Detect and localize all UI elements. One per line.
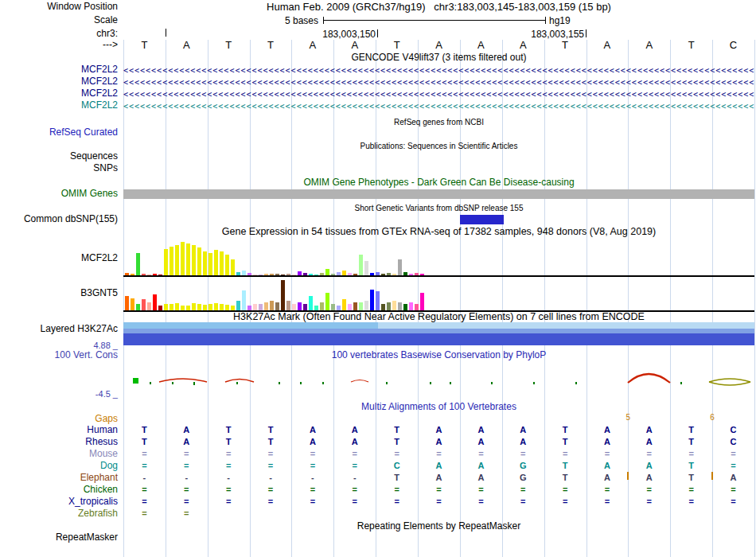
refseq-curated-label[interactable]: RefSeq Curated <box>0 127 118 138</box>
gtex-bar <box>136 304 140 310</box>
alignment-cell: T <box>555 425 575 436</box>
gtex-bar <box>370 290 374 310</box>
phylop-min-label: -4.5 _ <box>0 389 118 400</box>
gencode-transcript-arrows[interactable]: <<<<<<<<<<<<<<<<<<<<<<<<<<<<<<<<<<<<<<<<… <box>123 103 754 111</box>
gencode-transcript-label[interactable]: MCF2L2 <box>0 100 118 111</box>
alignment-cell: T <box>555 473 575 484</box>
species-label-zebrafish[interactable]: Zebrafish <box>0 508 118 520</box>
gtex-bar <box>264 302 268 310</box>
publications-title[interactable]: Publications: Sequences in Scientific Ar… <box>123 141 754 152</box>
omim-genes-label[interactable]: OMIM Genes <box>0 189 118 200</box>
repeatmasker-title[interactable]: Repeating Elements by RepeatMasker <box>123 521 754 532</box>
dbsnp-title[interactable]: Short Genetic Variants from dbSNP releas… <box>123 203 754 214</box>
alignment-cell: T <box>681 461 702 472</box>
alignment-cell: A <box>639 437 660 448</box>
gtex-bar <box>247 306 251 310</box>
gencode-transcript-arrows[interactable]: <<<<<<<<<<<<<<<<<<<<<<<<<<<<<<<<<<<<<<<<… <box>123 79 754 87</box>
alignment-cell: = <box>345 461 365 472</box>
gtex-chart-mcf2l2[interactable] <box>123 239 754 277</box>
genome-browser: Window Position Human Feb. 2009 (GRCh37/… <box>0 0 756 557</box>
dbsnp-variant[interactable] <box>460 215 504 224</box>
gtex-bar <box>298 271 302 275</box>
gtex-bar <box>181 242 185 275</box>
gencode-transcript-arrows[interactable]: <<<<<<<<<<<<<<<<<<<<<<<<<<<<<<<<<<<<<<<<… <box>123 67 754 75</box>
gtex-gene-label-mcf2l2[interactable]: MCF2L2 <box>0 253 118 264</box>
gtex-chart-b3gnt5[interactable] <box>123 279 754 312</box>
alignment-cell: T <box>218 437 239 448</box>
alignment-cell: = <box>681 497 702 508</box>
refseq-title[interactable]: RefSeq genes from NCBI <box>123 117 754 128</box>
h3k27ac-label[interactable]: Layered H3K27Ac <box>0 324 118 335</box>
gtex-gene-label-b3gnt5[interactable]: B3GNT5 <box>0 288 118 299</box>
alignment-cell: T <box>260 425 281 436</box>
gtex-bar <box>303 304 307 310</box>
gencode-transcript-arrows[interactable]: <<<<<<<<<<<<<<<<<<<<<<<<<<<<<<<<<<<<<<<<… <box>123 91 754 99</box>
gaps-label[interactable]: Gaps <box>0 414 118 425</box>
gencode-transcript-label[interactable]: MCF2L2 <box>0 76 118 88</box>
alignment-cell: = <box>639 485 660 496</box>
species-label-dog[interactable]: Dog <box>0 461 118 472</box>
conservation-plot[interactable] <box>123 360 754 399</box>
gencode-transcript-label[interactable]: MCF2L2 <box>0 64 118 76</box>
gtex-bar <box>342 299 346 310</box>
gtex-bar <box>415 273 419 275</box>
gtex-bar <box>220 251 224 275</box>
gtex-bar <box>231 259 235 275</box>
gtex-bar <box>158 306 162 310</box>
conservation-mark <box>491 382 493 384</box>
h3k27ac-track[interactable] <box>123 322 754 345</box>
alignment-cell: = <box>387 449 407 460</box>
alignment-cell: = <box>387 485 407 496</box>
sequence-base: T <box>387 40 407 51</box>
alignment-cell: - <box>218 473 239 484</box>
alignment-cell: = <box>681 485 702 496</box>
gtex-bar <box>415 304 419 310</box>
sequence-base: T <box>134 40 154 51</box>
sequence-base: A <box>345 40 365 51</box>
gap-count: 6 <box>710 413 715 422</box>
alignment-cell: A <box>639 473 660 484</box>
gtex-bar <box>381 274 385 275</box>
dbsnp-label[interactable]: Common dbSNP(155) <box>0 214 118 225</box>
omim-title[interactable]: OMIM Gene Phenotypes - Dark Green Can Be… <box>123 177 754 189</box>
gtex-bar <box>153 274 157 275</box>
species-label-elephant[interactable]: Elephant <box>0 473 118 484</box>
gencode-transcript-label[interactable]: MCF2L2 <box>0 88 118 99</box>
alignment-cell: = <box>260 461 281 472</box>
sequences-label[interactable]: Sequences <box>0 151 118 162</box>
gencode-title[interactable]: GENCODE V49lift37 (3 items filtered out) <box>123 53 754 64</box>
gtex-bar <box>331 304 335 310</box>
conservation-mark <box>450 382 451 384</box>
sequence-base: A <box>597 40 618 51</box>
species-label-human[interactable]: Human <box>0 425 118 436</box>
species-label-x_tropicalis[interactable]: X_tropicalis <box>0 497 118 508</box>
position-title: Human Feb. 2009 (GRCh37/hg19) chr3:183,0… <box>123 2 754 13</box>
alignment-cell: T <box>555 437 575 448</box>
phylop-label[interactable]: 100 Vert. Cons <box>0 350 118 361</box>
alignment-cell: A <box>639 461 660 472</box>
conservation-mark <box>150 382 151 384</box>
alignment-cell: = <box>302 461 323 472</box>
gtex-bar <box>331 274 335 275</box>
gtex-bar <box>203 305 207 310</box>
alignment-cell: A <box>345 425 365 436</box>
species-label-mouse[interactable]: Mouse <box>0 449 118 460</box>
alignment-cell: T <box>387 425 407 436</box>
gtex-bar <box>131 274 134 275</box>
species-label-rhesus[interactable]: Rhesus <box>0 437 118 448</box>
gtex-bar <box>253 275 257 275</box>
snps-label[interactable]: SNPs <box>0 163 118 174</box>
gtex-bar <box>236 272 240 275</box>
gtex-bar <box>364 301 368 310</box>
omim-gene-bar[interactable] <box>123 189 754 199</box>
repeatmasker-label[interactable]: RepeatMasker <box>0 532 118 543</box>
h3k27ac-title[interactable]: H3K27Ac Mark (Often Found Near Active Re… <box>123 312 754 323</box>
multiz-title[interactable]: Multiz Alignments of 100 Vertebrates <box>123 402 754 413</box>
species-label-chicken[interactable]: Chicken <box>0 485 118 496</box>
alignment-cell: A <box>429 473 450 484</box>
alignment-cell: = <box>134 497 154 508</box>
gtex-bar <box>181 306 185 310</box>
alignment-cell: A <box>429 461 450 472</box>
alignment-cell: = <box>639 497 660 508</box>
gtex-title[interactable]: Gene Expression in 54 tissues from GTEx … <box>123 227 754 238</box>
